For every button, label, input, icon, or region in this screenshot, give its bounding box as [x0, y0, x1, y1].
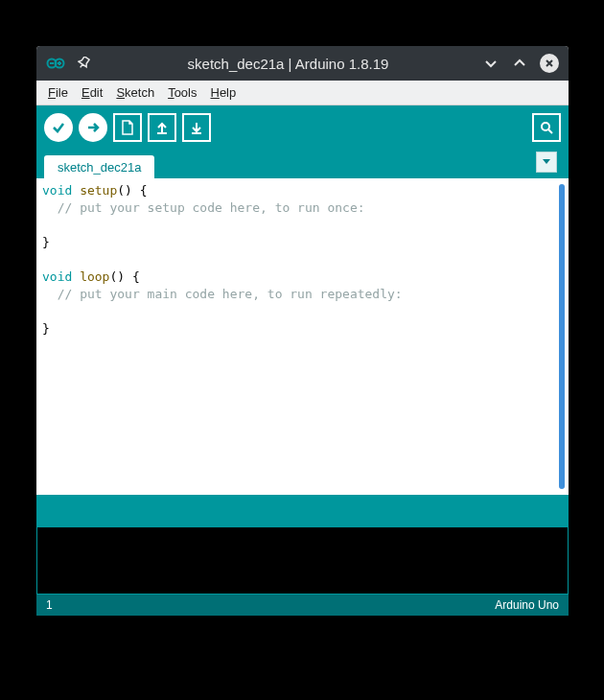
arduino-logo-icon — [46, 54, 65, 73]
serial-monitor-button[interactable] — [532, 113, 561, 142]
close-icon[interactable] — [540, 54, 559, 73]
verify-button[interactable] — [44, 113, 73, 142]
editor-scrollbar[interactable] — [559, 184, 565, 489]
upload-button[interactable] — [79, 113, 107, 142]
menubar: File Edit Sketch Tools Help — [36, 81, 569, 105]
console-output[interactable] — [36, 527, 569, 595]
minimize-icon[interactable] — [482, 55, 499, 72]
menu-edit[interactable]: Edit — [76, 82, 108, 103]
menu-file[interactable]: File — [42, 82, 74, 103]
window-title: sketch_dec21a | Arduino 1.8.19 — [104, 56, 473, 72]
code-content[interactable]: void setup() { // put your setup code he… — [36, 178, 569, 495]
code-editor[interactable]: void setup() { // put your setup code he… — [36, 178, 569, 495]
open-button[interactable] — [148, 113, 176, 142]
board-label: Arduino Uno — [495, 598, 559, 612]
menu-help[interactable]: Help — [204, 82, 242, 103]
svg-line-8 — [548, 129, 552, 133]
menu-sketch[interactable]: Sketch — [110, 82, 160, 103]
window-controls — [482, 54, 559, 73]
maximize-icon[interactable] — [511, 55, 528, 72]
save-button[interactable] — [182, 113, 211, 142]
tab-menu-button[interactable] — [536, 152, 557, 173]
tabbar: sketch_dec21a — [36, 150, 569, 178]
sketch-tab[interactable]: sketch_dec21a — [44, 155, 154, 178]
svg-point-7 — [542, 123, 549, 130]
arduino-window: sketch_dec21a | Arduino 1.8.19 File Edit… — [36, 46, 569, 616]
toolbar — [36, 105, 569, 150]
menu-tools[interactable]: Tools — [162, 82, 202, 103]
status-bar — [36, 495, 569, 527]
titlebar[interactable]: sketch_dec21a | Arduino 1.8.19 — [36, 46, 569, 81]
pin-icon[interactable] — [75, 54, 94, 73]
new-button[interactable] — [113, 113, 142, 142]
footer: 1 Arduino Uno — [36, 595, 569, 616]
line-number: 1 — [46, 598, 53, 612]
